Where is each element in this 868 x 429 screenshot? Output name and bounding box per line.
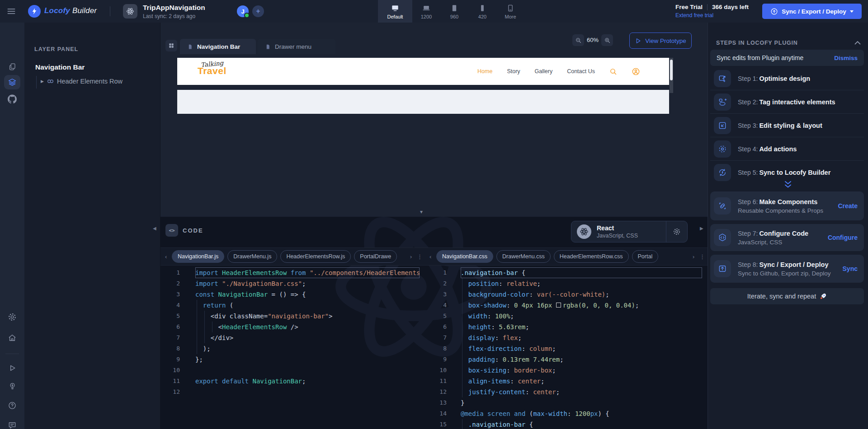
layer-root-navigation-bar[interactable]: Navigation Bar xyxy=(35,63,85,71)
sync-button[interactable]: Sync xyxy=(843,265,858,272)
step-title: Sync to Locofy Builder xyxy=(759,169,830,176)
expand-caret-icon[interactable]: ▶ xyxy=(41,79,44,84)
chat-icon[interactable] xyxy=(4,418,20,429)
tabs-scroll-right-icon[interactable]: › xyxy=(408,253,414,260)
preview-page-section[interactable] xyxy=(177,90,669,114)
project-last-sync: Last sync: 2 days ago xyxy=(143,13,205,19)
step-prefix: Step 2: xyxy=(738,98,758,106)
code-panel: <> CODE React JavaScript, CSS ‹ Navigati… xyxy=(160,217,708,429)
device-label: 420 xyxy=(478,14,486,19)
home-icon[interactable] xyxy=(4,331,20,345)
search-icon[interactable] xyxy=(609,68,617,75)
preview-scrollbar[interactable] xyxy=(670,58,673,93)
edit-styling-icon xyxy=(714,117,731,134)
grid-view-icon[interactable] xyxy=(165,40,177,51)
sync-export-deploy-button[interactable]: Sync / Export / Deploy xyxy=(762,4,862,19)
avatar-initial: J xyxy=(241,8,244,15)
step-4-add-actions[interactable]: Step 4:Add actions xyxy=(710,137,864,161)
extend-trial-link[interactable]: Extend free trial xyxy=(675,12,749,19)
tabs-scroll-left-icon[interactable]: ‹ xyxy=(163,253,169,260)
steps-panel: STEPS IN LOCOFY PLUGIN Sync edits from P… xyxy=(708,23,868,429)
view-prototype-button[interactable]: View Prototype xyxy=(629,33,692,49)
step-1-optimise-design[interactable]: Step 1:Optimise design xyxy=(710,67,864,90)
scrollbar-thumb[interactable] xyxy=(670,60,673,80)
travel-logo[interactable]: Talking Travel xyxy=(198,60,226,76)
step-title: Make Components xyxy=(759,198,817,205)
layer-child-label: Header Elements Row xyxy=(57,78,123,85)
trial-status: Free Trial 366 days left Extend free tri… xyxy=(675,4,749,19)
js-tab-headerelementsrow[interactable]: HeaderElementsRow.js xyxy=(280,250,351,263)
canvas-tab-navigation-bar[interactable]: Navigation Bar xyxy=(180,39,256,54)
js-tab-drawermenu[interactable]: DrawerMenu.js xyxy=(227,250,277,263)
step-8-sync-export-deploy[interactable]: Step 8:Sync / Export / Deploy Sync to Gi… xyxy=(710,255,864,283)
locofy-logo-icon[interactable] xyxy=(28,5,41,18)
step-7-configure-code[interactable]: Step 7:Configure Code JavaScript, CSS Co… xyxy=(710,224,864,251)
tabs-scroll-left-icon[interactable]: ‹ xyxy=(428,253,433,260)
preview-link-contact-us[interactable]: Contact Us xyxy=(567,68,595,75)
settings-gear-icon[interactable] xyxy=(4,310,20,324)
help-icon[interactable] xyxy=(4,399,20,412)
step-2-tag-interactive-elements[interactable]: Step 2:Tag interactive elements xyxy=(710,90,864,114)
tabs-scroll-right-icon[interactable]: › xyxy=(691,253,696,260)
css-tab-navigationbar[interactable]: NavigationBar.css xyxy=(436,250,493,263)
step-6-make-components[interactable]: Step 6:Make Components Reusable Componen… xyxy=(710,191,864,220)
tabs-overflow-icon[interactable]: ⋮ xyxy=(699,253,705,260)
react-icon xyxy=(577,224,591,239)
configure-code-button[interactable]: Configure xyxy=(828,234,858,241)
project-name[interactable]: TripAppNavigation xyxy=(143,4,205,12)
code-settings-gear-icon[interactable] xyxy=(666,221,687,242)
avatar[interactable]: J xyxy=(237,5,249,17)
pages-icon[interactable] xyxy=(4,60,20,73)
iterate-label: Iterate, sync and repeat xyxy=(747,293,816,300)
preview-link-gallery[interactable]: Gallery xyxy=(535,68,553,75)
device-tab-more[interactable]: More xyxy=(496,0,524,23)
canvas-tab-drawer-menu[interactable]: Drawer menu xyxy=(258,39,335,54)
device-label: More xyxy=(505,14,516,19)
play-icon[interactable] xyxy=(4,361,20,375)
collapse-steps-chevron-icon[interactable] xyxy=(854,41,861,45)
css-tab-headerelementsrow[interactable]: HeaderElementsRow.css xyxy=(554,250,629,263)
device-tab-1200[interactable]: 1200 xyxy=(412,0,440,23)
steps-panel-title: STEPS IN LOCOFY PLUGIN xyxy=(716,40,798,46)
account-icon[interactable] xyxy=(632,67,640,76)
preview-nav-links: Home Story Gallery Contact Us xyxy=(477,58,640,85)
iterate-sync-repeat-banner[interactable]: Iterate, sync and repeat xyxy=(710,288,864,304)
trial-plan: Free Trial xyxy=(675,4,703,10)
step-3-edit-styling-layout[interactable]: Step 3:Edit styling & layout xyxy=(710,114,864,137)
device-tab-960[interactable]: 960 xyxy=(440,0,468,23)
device-tab-420[interactable]: 420 xyxy=(468,0,496,23)
step-prefix: Step 3: xyxy=(738,122,758,129)
js-tab-portaldrawer[interactable]: PortalDrawe xyxy=(354,250,397,263)
layers-icon[interactable] xyxy=(4,75,20,89)
collapse-right-panel-icon[interactable]: ▶ xyxy=(700,226,703,231)
optimise-design-icon xyxy=(714,70,731,87)
js-tab-navigationbar[interactable]: NavigationBar.js xyxy=(172,250,224,263)
device-switcher: Default 1200 960 420 More xyxy=(378,0,524,23)
zoom-in-icon[interactable] xyxy=(601,34,613,46)
css-tab-drawermenu[interactable]: DrawerMenu.css xyxy=(496,250,551,263)
css-pills: NavigationBar.css DrawerMenu.css HeaderE… xyxy=(436,250,688,263)
navigation-bar-preview[interactable]: Talking Travel Home Story Gallery Contac… xyxy=(177,58,669,85)
link-instance-icon xyxy=(47,79,54,84)
framework-selector[interactable]: React JavaScript, CSS xyxy=(571,221,688,242)
project-meta: TripAppNavigation Last sync: 2 days ago xyxy=(143,4,205,19)
menu-icon[interactable] xyxy=(6,6,16,16)
step-subtitle: Reusable Components & Props xyxy=(738,207,831,214)
add-collaborator-button[interactable]: + xyxy=(252,5,264,17)
preview-link-home[interactable]: Home xyxy=(477,68,492,75)
layer-child-header-elements-row[interactable]: ▶ Header Elements Row xyxy=(41,78,123,85)
css-code-editor[interactable]: 1.navigation-bar {2 position: relative;3… xyxy=(425,267,708,429)
tabs-overflow-icon[interactable]: ⋮ xyxy=(417,253,422,260)
js-code-editor[interactable]: 1import HeaderElementsRow from "../compo… xyxy=(160,267,425,429)
bulb-icon[interactable] xyxy=(4,379,20,393)
github-icon[interactable] xyxy=(4,92,20,106)
collapse-left-panel-icon[interactable]: ◀ xyxy=(153,226,156,231)
collapse-code-caret-icon[interactable]: ▾ xyxy=(420,209,423,215)
preview-link-story[interactable]: Story xyxy=(507,68,520,75)
code-icon: <> xyxy=(165,224,178,237)
zoom-out-icon[interactable] xyxy=(572,34,584,46)
css-tab-portal[interactable]: Portal xyxy=(632,250,659,263)
device-tab-default[interactable]: Default xyxy=(378,0,412,23)
create-components-button[interactable]: Create xyxy=(838,202,858,210)
dismiss-button[interactable]: Dismiss xyxy=(834,55,858,61)
